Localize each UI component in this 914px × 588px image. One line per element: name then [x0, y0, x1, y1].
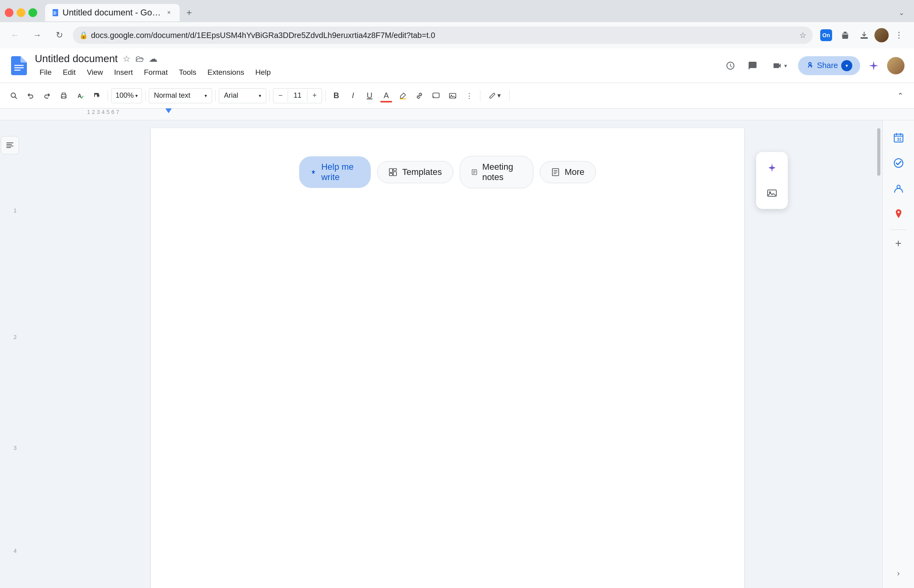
font-selector[interactable]: Arial ▾ — [219, 88, 266, 103]
traffic-lights — [5, 8, 37, 17]
tab-bar: Untitled document - Google D... × + ⌄ — [0, 0, 914, 22]
more-toolbar-button[interactable]: ⋮ — [462, 88, 477, 103]
insert-comment-button[interactable] — [429, 88, 444, 103]
ai-write-panel-button[interactable] — [761, 157, 783, 179]
doc-title[interactable]: Untitled document — [35, 53, 118, 65]
star-icon[interactable]: ☆ — [123, 54, 131, 64]
back-button[interactable]: ← — [6, 27, 24, 44]
zoom-selector[interactable]: 100% ▾ — [111, 88, 142, 103]
profile-avatar-small[interactable] — [874, 28, 889, 42]
font-value: Arial — [224, 91, 238, 100]
sidebar-contacts-button[interactable] — [887, 177, 910, 199]
highlight-button[interactable] — [395, 88, 410, 103]
active-tab[interactable]: Untitled document - Google D... × — [45, 4, 180, 21]
menu-tools[interactable]: Tools — [174, 66, 201, 78]
video-dropdown-icon: ▾ — [784, 63, 787, 69]
svg-point-31 — [897, 185, 900, 188]
left-gutter: 1 2 3 4 — [0, 120, 20, 588]
insert-image-button[interactable] — [445, 88, 460, 103]
ai-image-panel-button[interactable] — [761, 182, 783, 204]
collapse-toolbar-button[interactable]: ⌃ — [893, 88, 908, 103]
comments-button[interactable] — [744, 57, 761, 74]
templates-button[interactable]: Templates — [377, 161, 453, 183]
menu-help[interactable]: Help — [250, 66, 275, 78]
font-size-value[interactable]: 11 — [288, 90, 307, 101]
undo-button[interactable] — [23, 88, 38, 103]
page-number-3: 3 — [13, 445, 17, 451]
menu-view[interactable]: View — [82, 66, 108, 78]
sidebar-add-button[interactable]: + — [890, 235, 907, 252]
search-toolbar-button[interactable] — [6, 88, 21, 103]
sidebar-tasks-button[interactable] — [887, 152, 910, 174]
share-button[interactable]: Share ▾ — [798, 56, 860, 75]
svg-rect-22 — [393, 172, 396, 176]
tab-close-button[interactable]: × — [165, 8, 173, 17]
svg-rect-7 — [14, 65, 24, 66]
scrollbar-thumb[interactable] — [877, 128, 880, 176]
svg-point-5 — [899, 35, 900, 36]
share-button-label: Share — [817, 61, 838, 70]
minimize-window-button[interactable] — [17, 8, 25, 17]
spell-check-button[interactable]: A — [73, 88, 88, 103]
zoom-dropdown-icon: ▾ — [135, 93, 138, 99]
bold-button[interactable]: B — [329, 88, 344, 103]
extension-ontype-icon[interactable]: On — [817, 27, 835, 44]
history-button[interactable] — [722, 57, 739, 74]
underline-button[interactable]: U — [362, 88, 377, 103]
link-button[interactable] — [412, 88, 427, 103]
print-button[interactable] — [56, 88, 71, 103]
svg-rect-20 — [389, 169, 393, 173]
sidebar-calendar-button[interactable]: 31 — [887, 127, 910, 149]
editing-mode-button[interactable]: ▾ — [484, 89, 506, 102]
sidebar-maps-button[interactable] — [887, 203, 910, 225]
doc-title-group: Untitled document ☆ 🗁 ☁ File Edit View I… — [35, 53, 275, 78]
reload-button[interactable]: ↻ — [51, 27, 68, 44]
document-page[interactable]: Help me write Templates — [151, 128, 744, 588]
address-bar: ← → ↻ 🔒 docs.google.com/document/d/1EEps… — [0, 22, 914, 48]
help-me-write-button[interactable]: Help me write — [299, 156, 371, 188]
document-area[interactable]: Help me write Templates — [20, 120, 875, 588]
gemini-button[interactable] — [865, 57, 882, 74]
text-color-button[interactable]: A — [379, 88, 394, 103]
folder-icon[interactable]: 🗁 — [135, 54, 144, 64]
redo-button[interactable] — [40, 88, 55, 103]
menu-edit[interactable]: Edit — [58, 66, 81, 78]
menu-file[interactable]: File — [35, 66, 57, 78]
templates-label: Templates — [402, 167, 442, 177]
close-window-button[interactable] — [5, 8, 13, 17]
menu-format[interactable]: Format — [139, 66, 173, 78]
increase-font-size-button[interactable]: + — [307, 89, 322, 103]
menu-insert[interactable]: Insert — [109, 66, 138, 78]
style-value: Normal text — [154, 91, 190, 100]
bookmark-icon[interactable]: ☆ — [799, 30, 806, 40]
decrease-font-size-button[interactable]: − — [273, 89, 288, 103]
sidebar-expand-button[interactable]: › — [890, 564, 907, 582]
menu-extensions[interactable]: Extensions — [203, 66, 249, 78]
share-dropdown-button[interactable]: ▾ — [841, 60, 852, 71]
new-tab-button[interactable]: + — [181, 5, 197, 21]
chrome-menu-button[interactable] — [890, 27, 908, 44]
svg-rect-3 — [53, 14, 56, 15]
meeting-notes-button[interactable]: Meeting notes — [460, 156, 533, 188]
forward-button[interactable]: → — [28, 27, 46, 44]
scrollbar[interactable] — [875, 120, 882, 588]
more-button[interactable]: More — [540, 161, 596, 183]
maximize-window-button[interactable] — [28, 8, 37, 17]
cloud-icon[interactable]: ☁ — [149, 54, 157, 64]
download-button[interactable] — [855, 27, 873, 44]
tab-title: Untitled document - Google D... — [63, 8, 161, 18]
tab-menu-button[interactable]: ⌄ — [893, 5, 909, 21]
profile-avatar[interactable] — [887, 57, 905, 74]
outline-button[interactable] — [1, 136, 19, 154]
video-meeting-button[interactable]: ▾ — [766, 58, 793, 74]
address-bar-input[interactable]: 🔒 docs.google.com/document/d/1EEpsUSM4hY… — [73, 27, 813, 44]
style-selector[interactable]: Normal text ▾ — [149, 88, 212, 103]
svg-point-6 — [899, 38, 900, 39]
toolbar-separator-1 — [108, 90, 108, 101]
extensions-button[interactable] — [836, 27, 854, 44]
paint-format-button[interactable] — [89, 88, 104, 103]
italic-button[interactable]: I — [345, 88, 360, 103]
zoom-value: 100% — [116, 91, 134, 100]
svg-rect-23 — [389, 173, 393, 176]
svg-point-32 — [897, 211, 899, 213]
